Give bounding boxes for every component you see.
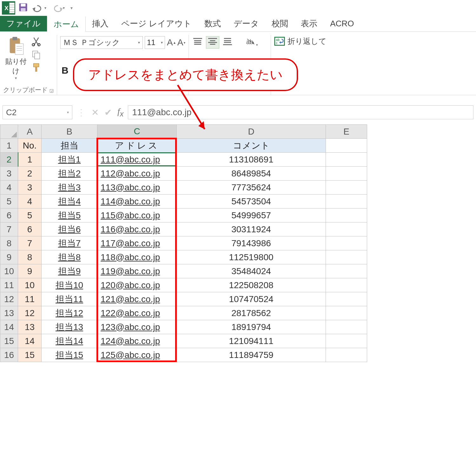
cell[interactable]: 12 (18, 306, 42, 320)
cell[interactable]: 担当10 (42, 278, 97, 292)
cell[interactable]: 77735624 (177, 181, 326, 195)
cell[interactable]: 11 (18, 292, 42, 306)
row-header[interactable]: 5 (0, 195, 18, 208)
row-header[interactable]: 16 (0, 348, 18, 362)
bold-button[interactable]: B (62, 65, 69, 76)
cell[interactable] (326, 320, 367, 334)
cell[interactable] (326, 167, 367, 181)
align-bottom-button[interactable] (222, 37, 233, 48)
tab-page-layout[interactable]: ページ レイアウト (115, 16, 198, 31)
tab-review[interactable]: 校閲 (265, 16, 294, 31)
cell[interactable]: 122@abc.co.jp (97, 306, 177, 320)
cell[interactable]: 担当15 (42, 348, 97, 362)
clipboard-launcher-icon[interactable]: ◲ (50, 88, 54, 93)
cell[interactable]: 112519800 (177, 250, 326, 264)
col-header-E[interactable]: E (326, 125, 367, 139)
row-header[interactable]: 2 (0, 153, 18, 167)
increase-font-button[interactable]: A▴ (167, 37, 175, 48)
tab-file[interactable]: ファイル (0, 16, 47, 31)
cell[interactable]: 107470524 (177, 292, 326, 306)
cell[interactable] (326, 348, 367, 362)
cell[interactable]: 2 (18, 167, 42, 181)
cell[interactable]: 9 (18, 264, 42, 278)
cell[interactable] (326, 334, 367, 348)
cell[interactable]: 113108691 (177, 153, 326, 167)
cell[interactable]: 120@abc.co.jp (97, 278, 177, 292)
cell[interactable]: 112@abc.co.jp (97, 167, 177, 181)
cell[interactable]: 35484024 (177, 264, 326, 278)
cell[interactable]: コメント (177, 139, 326, 153)
cell[interactable]: 121@abc.co.jp (97, 292, 177, 306)
cell[interactable] (326, 250, 367, 264)
row-header[interactable]: 8 (0, 236, 18, 250)
redo-button[interactable]: ▾ (50, 4, 65, 12)
row-header[interactable]: 6 (0, 208, 18, 222)
tab-home[interactable]: ホーム (47, 16, 86, 32)
cell[interactable]: No. (18, 139, 42, 153)
row-header[interactable]: 10 (0, 264, 18, 278)
cell[interactable]: 54999657 (177, 208, 326, 222)
row-header[interactable]: 14 (0, 320, 18, 334)
cell[interactable]: 111894759 (177, 348, 326, 362)
cell[interactable] (326, 208, 367, 222)
align-middle-button[interactable] (206, 36, 219, 49)
cell[interactable]: 123@abc.co.jp (97, 320, 177, 334)
cell[interactable] (326, 181, 367, 195)
enter-formula-button[interactable]: ✔ (104, 107, 112, 118)
cell[interactable]: 担当9 (42, 264, 97, 278)
row-header[interactable]: 4 (0, 181, 18, 195)
orientation-button[interactable]: ab▾ (245, 37, 258, 48)
cell[interactable]: 担当 (42, 139, 97, 153)
cell[interactable]: 担当12 (42, 306, 97, 320)
cell[interactable]: 116@abc.co.jp (97, 222, 177, 236)
cell[interactable]: 3 (18, 181, 42, 195)
tab-acrobat[interactable]: ACRO (324, 16, 360, 31)
cell[interactable]: 4 (18, 195, 42, 208)
cell[interactable]: 担当3 (42, 181, 97, 195)
insert-function-button[interactable]: fx (117, 106, 123, 118)
font-name-combo[interactable]: ＭＳ Ｐゴシック▾ (60, 36, 143, 49)
cell[interactable]: 担当4 (42, 195, 97, 208)
cut-button[interactable] (30, 37, 42, 48)
cell[interactable] (326, 236, 367, 250)
decrease-font-button[interactable]: A▾ (177, 37, 186, 48)
cell[interactable]: 125@abc.co.jp (97, 348, 177, 362)
cell[interactable]: 10 (18, 278, 42, 292)
cell[interactable]: 担当6 (42, 222, 97, 236)
row-header[interactable]: 7 (0, 222, 18, 236)
customize-qat-button[interactable]: ▾ (70, 5, 73, 10)
tab-formulas[interactable]: 数式 (198, 16, 227, 31)
worksheet[interactable]: A B C D E 1 No. 担当 アドレス コメント 21担当1111@ab… (0, 124, 476, 362)
cell[interactable]: 担当2 (42, 167, 97, 181)
cell[interactable]: 18919794 (177, 320, 326, 334)
col-header-C[interactable]: C (97, 125, 177, 139)
cell[interactable]: 117@abc.co.jp (97, 236, 177, 250)
tab-data[interactable]: データ (227, 16, 265, 31)
cell[interactable]: 6 (18, 222, 42, 236)
row-header[interactable]: 1 (0, 139, 18, 153)
cell[interactable]: 113@abc.co.jp (97, 181, 177, 195)
row-header[interactable]: 12 (0, 292, 18, 306)
cell[interactable]: 担当7 (42, 236, 97, 250)
cell[interactable]: 1 (18, 153, 42, 167)
cell[interactable]: 担当1 (42, 153, 97, 167)
copy-button[interactable] (30, 50, 42, 61)
cell[interactable]: 担当13 (42, 320, 97, 334)
font-size-combo[interactable]: 11▾ (145, 36, 165, 49)
cell[interactable]: 115@abc.co.jp (97, 208, 177, 222)
cell[interactable]: 54573504 (177, 195, 326, 208)
cell[interactable]: 15 (18, 348, 42, 362)
save-button[interactable] (18, 3, 28, 14)
cell[interactable]: 7 (18, 236, 42, 250)
col-header-B[interactable]: B (42, 125, 97, 139)
cell[interactable]: 114@abc.co.jp (97, 195, 177, 208)
cell[interactable] (326, 264, 367, 278)
undo-button[interactable]: ▾ (31, 4, 46, 12)
cell[interactable]: 79143986 (177, 236, 326, 250)
wrap-text-button[interactable]: abc 折り返して (274, 36, 327, 46)
cell[interactable]: 5 (18, 208, 42, 222)
cell[interactable]: 担当14 (42, 334, 97, 348)
col-header-A[interactable]: A (18, 125, 42, 139)
paste-button[interactable]: 貼り付け ▾ (3, 36, 29, 80)
cell[interactable] (326, 139, 367, 153)
